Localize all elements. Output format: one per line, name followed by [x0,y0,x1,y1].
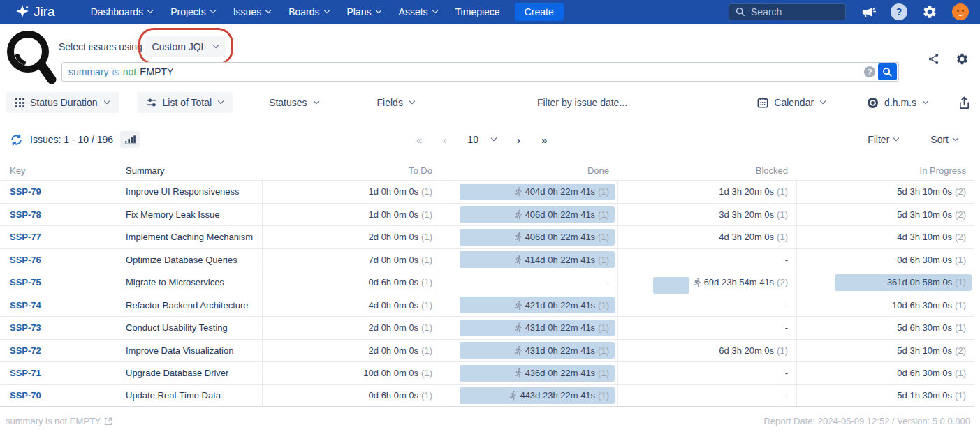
nav-item-issues[interactable]: Issues [224,0,279,24]
jira-logo[interactable]: Jira [15,4,55,20]
issue-summary-cell: Improve Data Visualization [126,345,262,356]
next-page-button[interactable]: › [517,134,520,146]
last-page-button[interactable]: » [541,134,547,146]
issue-key-link[interactable]: SSP-72 [10,345,41,356]
duration-value: 2d 0h 0m 0s [369,232,419,242]
refresh-icon [10,133,23,147]
todo-duration-cell: 2d 0h 0m 0s(1) [262,226,441,248]
first-page-button[interactable]: « [416,134,422,146]
time-format-select[interactable]: d.h.m.s [857,92,937,113]
duration-highlight-pill: 431d 0h 22m 41s(1) [460,320,615,336]
blocked-duration-cell: - [617,249,796,271]
duration-highlight-pill: 404d 0h 22m 41s(1) [460,184,615,200]
profile-button[interactable] [952,3,969,20]
duration-highlight-pill: 361d 0h 58m 0s(1) [835,274,972,291]
duration-highlight-pill: 436d 0h 22m 41s(1) [460,365,615,382]
chevron-down-icon [213,43,219,48]
chevron-down-icon [375,8,381,13]
page-size-select[interactable]: 10 [467,134,496,145]
search-input[interactable]: Search [729,3,846,20]
column-header-done: Done [441,160,617,180]
inprogress-duration-cell: 5d 3h 10m 0s(2) [796,181,974,203]
avatar [952,3,969,20]
table-row: SSP-73Conduct Usability Testing2d 0h 0m … [0,316,974,339]
duration-value: 361d 0h 58m 0s [887,277,952,287]
transition-count: (2) [955,232,966,242]
fields-select[interactable]: Fields [367,92,424,113]
settings-button[interactable] [922,4,937,20]
jql-search-button[interactable] [878,63,897,80]
gear-icon [922,4,937,20]
column-header-summary: Summary [126,165,262,176]
transition-count: (1) [598,186,609,197]
jql-token: EMPTY [140,66,173,77]
inprogress-duration-cell: 5d 6h 30m 0s(1) [796,317,974,339]
issue-key-link[interactable]: SSP-73 [10,322,41,333]
issue-key-link[interactable]: SSP-70 [10,390,41,401]
refresh-button[interactable] [10,133,23,147]
issue-key-link[interactable]: SSP-79 [10,186,41,197]
calendar-label: Calendar [774,97,814,108]
issue-key-link[interactable]: SSP-76 [10,255,41,265]
duration-value: 6d 3h 20m 0s [719,345,774,356]
chevron-down-icon [265,8,271,13]
transition-count: (1) [777,345,788,356]
transition-count: (1) [421,255,432,265]
duration-value: 0d 6h 0m 0s [369,390,419,401]
issue-key-cell: SSP-79 [0,186,126,197]
transition-count: (1) [955,277,966,287]
report-type-select[interactable]: Status Duration [6,92,119,113]
transition-count: (2) [955,186,966,197]
sort-dropdown[interactable]: Sort [930,134,958,145]
jql-input[interactable]: summaryisnotEMPTY [61,62,899,82]
nav-item-timepiece[interactable]: Timepiece [446,0,509,24]
transition-count: (1) [598,322,609,333]
jql-mode-select[interactable]: Custom JQL [145,36,226,57]
issue-date-filter[interactable]: Filter by issue date... [537,97,627,108]
issue-summary-cell: Implement Caching Mechanism [126,232,262,242]
calendar-icon [757,97,768,108]
table-row: SSP-70Update Real-Time Data0d 6h 0m 0s(1… [0,384,974,407]
footer-jql-link[interactable]: summary is not EMPTY [6,416,112,426]
transition-count: (1) [955,322,966,333]
report-settings-button[interactable] [956,52,969,66]
duration-value: 4d 3h 20m 0s [719,232,774,242]
nav-item-plans[interactable]: Plans [338,0,390,24]
issue-key-link[interactable]: SSP-78 [10,209,41,220]
megaphone-icon [861,5,876,19]
issue-key-link[interactable]: SSP-75 [10,277,41,287]
issue-key-link[interactable]: SSP-74 [10,300,41,310]
create-button[interactable]: Create [515,3,564,21]
transition-count: (1) [955,368,966,378]
share-button[interactable] [927,52,940,66]
jql-help-button[interactable]: ? [864,66,875,77]
done-duration-cell: 404d 0h 22m 41s(1) [441,181,617,203]
prev-page-button[interactable]: ‹ [443,134,446,146]
filter-dropdown[interactable]: Filter [868,134,898,145]
chevron-down-icon [218,98,224,104]
chevron-down-icon [103,98,109,104]
announcements-button[interactable] [861,5,876,19]
export-button[interactable] [958,96,970,110]
duration-empty: - [785,255,788,265]
table-row: SSP-71Upgrade Database Driver10d 0h 0m 0… [0,361,974,384]
statuses-select[interactable]: Statuses [259,92,328,113]
jira-logo-icon [15,5,29,19]
issue-key-link[interactable]: SSP-71 [10,368,41,378]
calendar-select[interactable]: Calendar [747,92,835,113]
view-mode-select[interactable]: List of Total [137,92,233,113]
statuses-label: Statuses [269,97,307,108]
issue-key-link[interactable]: SSP-77 [10,232,41,242]
transition-count: (2) [955,345,966,356]
chart-view-button[interactable] [120,131,140,148]
help-button[interactable]: ? [891,3,907,20]
transition-count: (1) [421,345,432,356]
brand-name: Jira [34,4,55,20]
duration-value: 3d 3h 20m 0s [719,209,774,220]
nav-item-dashboards[interactable]: Dashboards [82,0,162,24]
nav-item-boards[interactable]: Boards [279,0,337,24]
search-icon [882,67,893,77]
nav-item-assets[interactable]: Assets [390,0,446,24]
jql-row: summaryisnotEMPTY ? [61,62,899,82]
nav-item-projects[interactable]: Projects [161,0,224,24]
